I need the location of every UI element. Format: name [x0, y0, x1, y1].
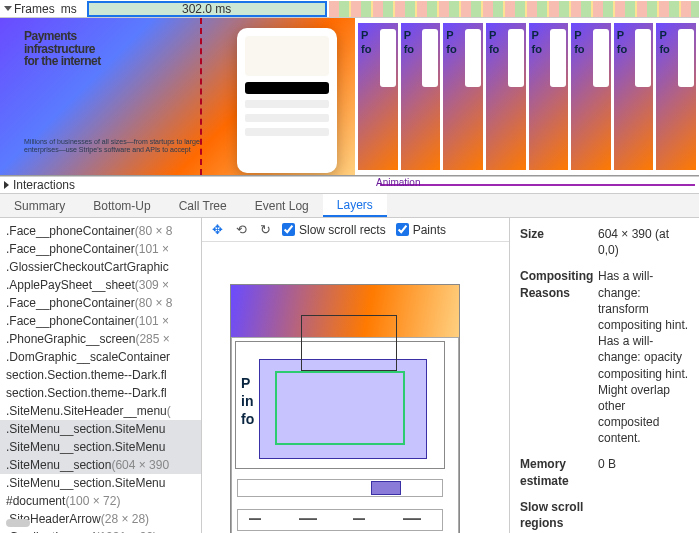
phone-mockup [237, 28, 337, 173]
screenshot-strip[interactable]: Payments infrastructure for the internet… [0, 18, 699, 176]
checkbox-slow-scroll[interactable]: Slow scroll rects [282, 223, 386, 237]
detail-mem-key: Memory estimate [520, 456, 598, 488]
tab-layers[interactable]: Layers [323, 194, 387, 217]
layer-tree-item[interactable]: .SiteMenu.SiteHeader__menu( [0, 402, 201, 420]
interactions-disclosure-icon[interactable] [4, 181, 9, 189]
layer-tree-item[interactable]: .Face__phoneContainer(80 × 8 [0, 222, 201, 240]
layer-tree-item[interactable]: .Face__phoneContainer(101 × [0, 240, 201, 258]
layer-tree-item[interactable]: .Face__phoneContainer(80 × 8 [0, 294, 201, 312]
layer-tree-item[interactable]: .SiteMenu__section.SiteMenu [0, 474, 201, 492]
scrollbar-pill [6, 519, 30, 527]
tab-call-tree[interactable]: Call Tree [165, 194, 241, 217]
detail-comp-key: Compositing Reasons [520, 268, 598, 446]
layers-tree[interactable]: .Face__phoneContainer(80 × 8.Face__phone… [0, 218, 202, 533]
animation-bar[interactable] [380, 184, 695, 186]
panel-tabs: Summary Bottom-Up Call Tree Event Log La… [0, 194, 699, 218]
layer-details: Size604 × 390 (at 0,0) Compositing Reaso… [509, 218, 699, 533]
layer-tree-item[interactable]: .SiteHeaderArrow(28 × 28) [0, 510, 201, 528]
checkbox-paints[interactable]: Paints [396, 223, 446, 237]
screenshot-large: Payments infrastructure for the internet… [0, 18, 355, 175]
layer-tree-item[interactable]: .SiteMenu__section(604 × 390 [0, 456, 201, 474]
frames-disclosure-icon[interactable] [4, 6, 12, 11]
playhead-marker [200, 18, 202, 175]
layer-tree-item[interactable]: #document(100 × 72) [0, 492, 201, 510]
detail-slow-key: Slow scroll regions [520, 499, 598, 531]
screenshot-thumbnails: Pfo Pfo Pfo Pfo Pfo Pfo Pfo Pfo [355, 18, 699, 175]
layers-3d-view[interactable]: P in fo ▬▬ ▬▬▬ ▬▬ ▬▬▬ [202, 242, 509, 533]
frames-ruler: Frames ms 302.0 ms [0, 0, 699, 18]
frame-strip[interactable] [329, 1, 699, 17]
layer-tree-item[interactable]: .GlossierCheckoutCartGraphic [0, 258, 201, 276]
layer-tree-item[interactable]: .PhoneGraphic__screen(285 × [0, 330, 201, 348]
frames-label: Frames [14, 2, 55, 16]
reset-view-icon[interactable]: ⟲ [234, 223, 248, 237]
tab-event-log[interactable]: Event Log [241, 194, 323, 217]
detail-mem-val: 0 B [598, 456, 689, 488]
animation-label: Animation [376, 177, 420, 188]
layer-tree-item[interactable]: .DomGraphic__scaleContainer [0, 348, 201, 366]
frames-unit: ms [61, 2, 77, 16]
paints-checkbox[interactable] [396, 223, 409, 236]
layer-tree-item[interactable]: .SiteMenu__section.SiteMenu [0, 438, 201, 456]
layer-tree-item[interactable]: .GradientLegend(1231 × 99) [0, 528, 201, 533]
pan-icon[interactable]: ✥ [210, 223, 224, 237]
layer-tree-item[interactable]: .ApplePaySheet__sheet(309 × [0, 276, 201, 294]
layers-toolbar: ✥ ⟲ ↻ Slow scroll rects Paints [202, 218, 509, 242]
layer-tree-item[interactable]: .Face__phoneContainer(101 × [0, 312, 201, 330]
interactions-label: Interactions [13, 178, 75, 192]
layer-tree-item[interactable]: section.Section.theme--Dark.fl [0, 366, 201, 384]
detail-size-val: 604 × 390 (at 0,0) [598, 226, 689, 258]
tab-bottom-up[interactable]: Bottom-Up [79, 194, 164, 217]
tab-summary[interactable]: Summary [0, 194, 79, 217]
interactions-row: Interactions Animation [0, 176, 699, 194]
detail-size-key: Size [520, 226, 598, 258]
frame-segment[interactable]: 302.0 ms [87, 1, 327, 17]
rotate-icon[interactable]: ↻ [258, 223, 272, 237]
slow-scroll-checkbox[interactable] [282, 223, 295, 236]
detail-comp-val: Has a will-change: transform compositing… [598, 268, 689, 446]
layer-tree-item[interactable]: section.Section.theme--Dark.fl [0, 384, 201, 402]
layer-tree-item[interactable]: .SiteMenu__section.SiteMenu [0, 420, 201, 438]
